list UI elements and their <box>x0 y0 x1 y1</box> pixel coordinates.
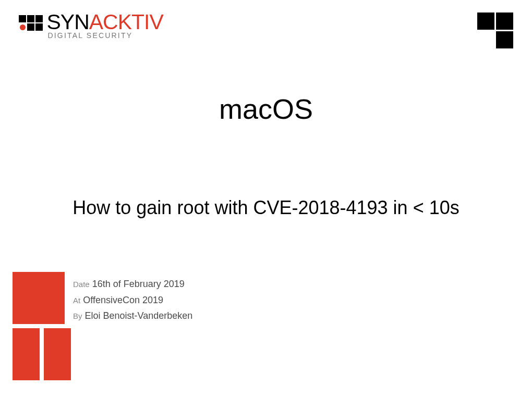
logo: SYNACKTIV DIGITAL SECURITY <box>18 11 163 40</box>
meta-date-label: Date <box>73 280 90 289</box>
logo-part1: SYN <box>46 10 89 34</box>
logo-part2: ACKTIV <box>89 10 163 34</box>
meta-date-value: 16th of February 2019 <box>92 279 185 289</box>
meta-date: Date 16th of February 2019 <box>73 276 192 292</box>
meta-by: By Eloi Benoist-Vanderbeken <box>73 308 192 324</box>
slide-title: macOS <box>0 93 532 125</box>
meta-at-value: OffensiveCon 2019 <box>83 295 163 305</box>
logo-squares-icon <box>18 15 43 31</box>
meta-by-label: By <box>73 312 82 320</box>
slide-subtitle: How to gain root with CVE-2018-4193 in <… <box>0 197 532 219</box>
meta-by-value: Eloi Benoist-Vanderbeken <box>85 310 193 321</box>
meta-block: Date 16th of February 2019 At OffensiveC… <box>73 276 192 324</box>
corner-squares-icon <box>476 11 514 49</box>
meta-at-label: At <box>73 296 80 305</box>
logo-text: SYNACKTIV DIGITAL SECURITY <box>46 11 163 40</box>
meta-at: At OffensiveCon 2019 <box>73 292 192 308</box>
bottom-squares-icon <box>10 270 73 382</box>
